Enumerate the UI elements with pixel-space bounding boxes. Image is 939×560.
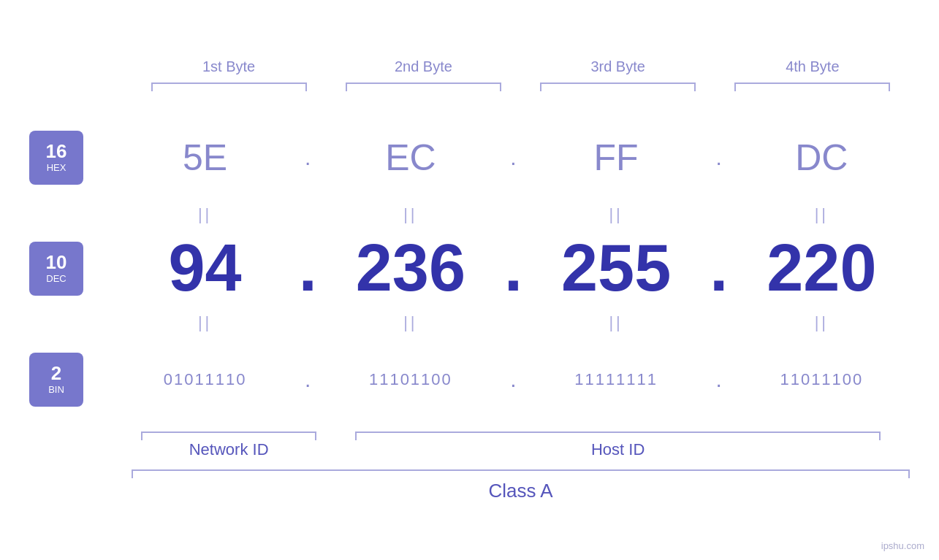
- network-id-bracket-line: [141, 431, 316, 433]
- bracket-3: [521, 83, 715, 97]
- dec-val-1: 94: [117, 231, 293, 306]
- hex-dot-1: .: [293, 145, 322, 170]
- parallel-2-4: ||: [734, 312, 910, 334]
- byte-header-2: 2nd Byte: [326, 58, 520, 75]
- bin-dot-2: .: [499, 367, 528, 392]
- bin-badge-num: 2: [51, 364, 61, 383]
- parallel-1-1: ||: [117, 204, 293, 226]
- hex-badge-label: HEX: [47, 162, 66, 173]
- bin-dot-3: .: [704, 367, 734, 392]
- class-bracket-line: [132, 469, 910, 471]
- top-brackets: [29, 83, 910, 97]
- host-id-bracket: Host ID: [326, 431, 910, 459]
- bracket-1: [132, 83, 326, 97]
- network-id-bracket: Network ID: [132, 431, 326, 459]
- bin-badge-placeholder: 2 BIN: [29, 340, 117, 420]
- parallel-2-3: ||: [528, 312, 704, 334]
- bin-val-2: 11101100: [322, 370, 498, 389]
- parallel-2-1: ||: [117, 312, 293, 334]
- byte-header-4: 4th Byte: [715, 58, 910, 75]
- dec-val-3: 255: [528, 231, 704, 306]
- byte-headers-row: 1st Byte 2nd Byte 3rd Byte 4th Byte: [29, 58, 910, 75]
- class-label: Class A: [132, 480, 910, 502]
- dec-badge: 10 DEC: [29, 242, 83, 296]
- hex-val-3: FF: [528, 137, 704, 179]
- dec-badge-label: DEC: [46, 273, 66, 284]
- dec-val-2: 236: [322, 231, 498, 306]
- hex-badge-placeholder: 16 HEX: [29, 118, 117, 198]
- byte-header-1: 1st Byte: [132, 58, 326, 75]
- parallel-2-2: ||: [322, 312, 498, 334]
- dec-dot-3: .: [704, 231, 734, 306]
- dec-badge-num: 10: [46, 253, 67, 272]
- host-id-bracket-line: [355, 431, 881, 433]
- parallel-1-3: ||: [528, 204, 704, 226]
- bin-val-4: 11011100: [734, 370, 910, 389]
- dec-dot-1: .: [293, 231, 322, 306]
- id-section: Network ID Host ID: [29, 431, 910, 459]
- hex-val-2: EC: [322, 137, 498, 179]
- bin-badge: 2 BIN: [29, 353, 83, 407]
- dec-row: 10 DEC 94 . 236 . 255 . 220: [29, 226, 910, 312]
- parallel-row-2: || || || ||: [29, 312, 910, 334]
- parallel-1-4: ||: [734, 204, 910, 226]
- bracket-4: [715, 83, 910, 97]
- hex-badge: 16 HEX: [29, 131, 83, 185]
- main-container: 1st Byte 2nd Byte 3rd Byte 4th Byte 16 H…: [0, 0, 939, 560]
- host-id-label: Host ID: [591, 440, 645, 459]
- dec-dot-2: .: [499, 231, 528, 306]
- bin-row: 2 BIN 01011110 . 11101100 . 11111111 . 1…: [29, 334, 910, 426]
- hex-dot-3: .: [704, 145, 734, 170]
- bin-val-1: 01011110: [117, 370, 293, 389]
- parallel-1-2: ||: [322, 204, 498, 226]
- bin-val-3: 11111111: [528, 370, 704, 389]
- class-section: Class A: [29, 469, 910, 502]
- bracket-2: [326, 83, 520, 97]
- parallel-row-1: || || || ||: [29, 204, 910, 226]
- hex-badge-num: 16: [46, 142, 67, 161]
- hex-val-4: DC: [734, 137, 910, 179]
- bin-dot-1: .: [293, 367, 322, 392]
- network-id-label: Network ID: [189, 440, 269, 459]
- bin-badge-label: BIN: [48, 384, 64, 395]
- hex-row: 16 HEX 5E . EC . FF . DC: [29, 112, 910, 204]
- hex-val-1: 5E: [117, 137, 293, 179]
- hex-dot-2: .: [499, 145, 528, 170]
- dec-val-4: 220: [734, 231, 910, 306]
- byte-header-3: 3rd Byte: [521, 58, 715, 75]
- dec-badge-placeholder: 10 DEC: [29, 229, 117, 309]
- watermark: ipshu.com: [881, 540, 924, 551]
